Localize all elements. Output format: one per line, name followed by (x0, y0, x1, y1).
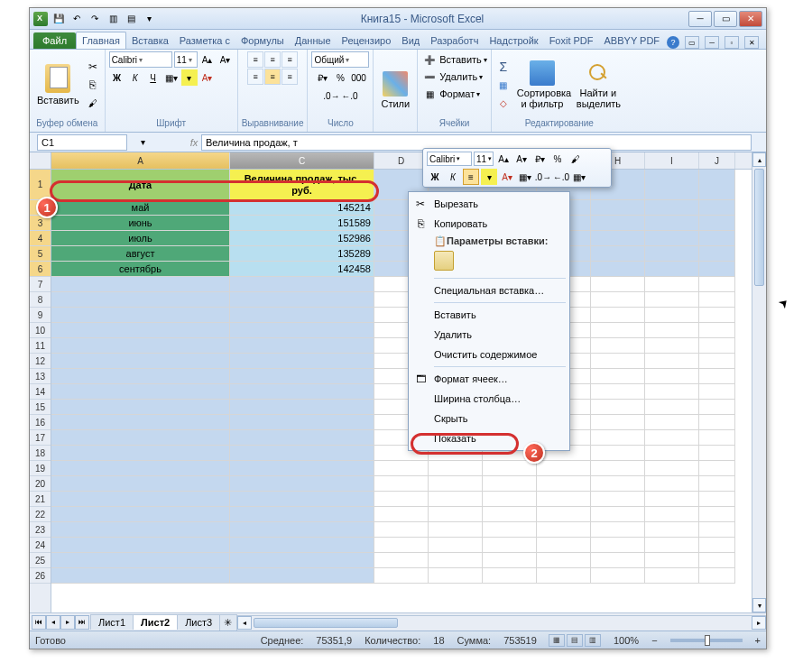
cell[interactable] (645, 246, 699, 262)
minimize-ribbon-button[interactable]: ▭ (685, 36, 699, 49)
cell[interactable] (483, 553, 537, 568)
cell[interactable] (591, 553, 645, 568)
cell[interactable] (591, 522, 645, 538)
cell[interactable] (591, 262, 645, 277)
cell[interactable]: август (51, 246, 230, 262)
find-select-button[interactable]: Найти и выделить (573, 59, 623, 111)
cell[interactable] (429, 507, 483, 522)
cell[interactable] (645, 476, 699, 492)
ribbon-tab[interactable]: Надстройк (484, 32, 543, 49)
horizontal-scrollbar[interactable]: ◂ ▸ (237, 615, 766, 630)
ctx-delete[interactable]: Удалить (409, 325, 569, 345)
undo-icon[interactable]: ↶ (69, 12, 84, 26)
number-format-dropdown[interactable]: Общий (311, 51, 369, 68)
maximize-button[interactable]: ▭ (714, 11, 737, 27)
cell[interactable] (591, 354, 645, 369)
mini-currency-icon[interactable]: ₽▾ (531, 151, 548, 167)
vertical-scrollbar[interactable]: ▴ ▾ (752, 152, 766, 612)
cell[interactable] (230, 354, 374, 369)
ctx-hide[interactable]: Скрыть (409, 409, 569, 428)
row-header[interactable]: 13 (30, 369, 51, 384)
mini-shrink-font-icon[interactable]: A▾ (513, 151, 530, 167)
qat-item-icon[interactable]: ▤ (124, 12, 138, 26)
sheet-nav-first-icon[interactable]: ⏮ (32, 615, 46, 630)
ribbon-tab[interactable]: Разметка с (174, 32, 235, 49)
cell[interactable] (51, 323, 230, 338)
cell[interactable] (230, 430, 374, 446)
cell[interactable] (699, 507, 735, 522)
cell[interactable] (374, 461, 429, 476)
cell[interactable] (699, 538, 735, 553)
cell[interactable]: Величина продаж, тыс.руб. (230, 170, 374, 200)
sort-filter-button[interactable]: Сортировка и фильтр (513, 59, 571, 111)
cell[interactable] (645, 277, 699, 292)
ribbon-tab[interactable]: Данные (290, 32, 337, 49)
mini-fill-icon[interactable]: ▾ (481, 169, 497, 185)
row-header[interactable]: 5 (30, 246, 51, 262)
cell[interactable] (230, 400, 374, 415)
cell[interactable] (699, 492, 735, 507)
cell[interactable] (51, 538, 230, 553)
sheet-nav-last-icon[interactable]: ⏭ (75, 615, 89, 630)
font-size-dropdown[interactable]: 11 (174, 51, 198, 68)
save-icon[interactable]: 💾 (51, 12, 66, 26)
cell[interactable] (51, 461, 230, 476)
cell[interactable] (51, 292, 230, 308)
cell[interactable] (699, 354, 735, 369)
cell[interactable]: 152986 (230, 231, 374, 246)
cell[interactable]: Дата (51, 170, 230, 200)
scroll-thumb[interactable] (254, 618, 398, 628)
cell[interactable] (645, 292, 699, 308)
cell[interactable] (591, 323, 645, 338)
row-header[interactable]: 23 (30, 522, 51, 538)
row-header[interactable]: 18 (30, 446, 51, 461)
cell[interactable] (645, 522, 699, 538)
ribbon-tab[interactable]: Рецензиро (337, 32, 397, 49)
row-header[interactable]: 21 (30, 492, 51, 507)
mini-bold-button[interactable]: Ж (427, 169, 443, 185)
fx-icon[interactable]: fx (187, 137, 201, 148)
row-header[interactable]: 22 (30, 507, 51, 522)
cell[interactable] (591, 308, 645, 323)
cell[interactable] (591, 415, 645, 430)
cell[interactable] (230, 568, 374, 584)
cell[interactable] (483, 568, 537, 584)
cell[interactable] (699, 369, 735, 384)
cell[interactable] (645, 384, 699, 400)
row-header[interactable]: 4 (30, 231, 51, 246)
cell[interactable] (51, 507, 230, 522)
cell[interactable] (230, 553, 374, 568)
clear-icon[interactable] (495, 95, 512, 111)
cell[interactable] (230, 538, 374, 553)
cell[interactable] (429, 538, 483, 553)
cell[interactable] (591, 476, 645, 492)
column-header[interactable]: J (699, 152, 735, 169)
cell[interactable] (51, 430, 230, 446)
align-center-icon[interactable]: ≡ (264, 69, 281, 85)
cell[interactable] (429, 461, 483, 476)
sheet-tab[interactable]: Лист1 (90, 614, 134, 630)
increase-font-icon[interactable]: A▴ (199, 51, 216, 68)
file-tab[interactable]: Файл (33, 32, 76, 49)
cell[interactable] (699, 430, 735, 446)
cell[interactable] (645, 553, 699, 568)
ribbon-tab[interactable]: Вставка (126, 32, 174, 49)
row-header[interactable]: 19 (30, 461, 51, 476)
cell[interactable] (645, 354, 699, 369)
cell[interactable] (645, 262, 699, 277)
mini-decimal-dec-icon[interactable]: ←.0 (553, 169, 569, 185)
cell[interactable] (429, 522, 483, 538)
cell[interactable] (51, 476, 230, 492)
delete-cells-button[interactable]: ➖Удалить▾ (421, 69, 483, 85)
ctx-insert[interactable]: Вставить (409, 305, 569, 325)
cell[interactable] (699, 568, 735, 584)
cell[interactable] (699, 338, 735, 354)
minimize-button[interactable]: ─ (688, 11, 712, 27)
ctx-column-width[interactable]: Ширина столбца… (409, 389, 569, 409)
sheet-tab[interactable]: Лист2 (133, 614, 178, 630)
row-header[interactable]: 25 (30, 553, 51, 568)
cell[interactable] (537, 538, 591, 553)
mini-size-dropdown[interactable]: 11 (474, 152, 494, 166)
cell[interactable] (645, 231, 699, 246)
row-header[interactable]: 9 (30, 308, 51, 323)
